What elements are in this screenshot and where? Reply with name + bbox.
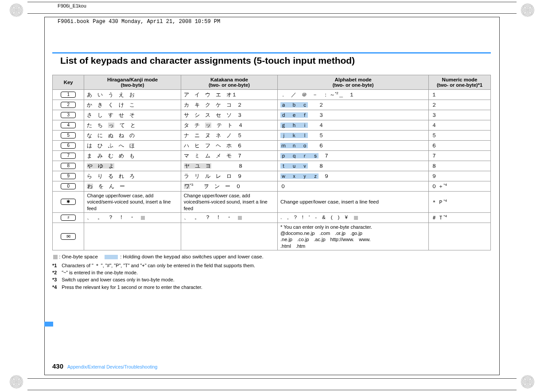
cell-numeric: ７: [429, 151, 491, 161]
print-mark-icon: [521, 4, 534, 17]
cell-numeric: ０ ＋*4: [429, 181, 491, 192]
keycap-icon: 5: [61, 132, 76, 138]
cell-hiragana: わ を ん ー: [84, 181, 181, 192]
cell-alphabet-note: * You can enter only in one-byte charact…: [278, 223, 429, 250]
cell-alphabet: ｍ ｎ ｏ ６: [278, 141, 429, 151]
keycap-icon: 2: [61, 102, 76, 108]
cell-katakana: 、 。 ？ ！ ・: [181, 212, 277, 223]
cell-numeric: ２: [429, 100, 491, 110]
table-row: 5な に ぬ ね のナ ニ ヌ ネ ノ ５ ｊ ｋ ｌ ５５: [53, 131, 491, 141]
cell-alphabet: ｔ ｕ ｖ ８: [278, 161, 429, 171]
cell-alphabet: ａ ｂ ｃ ２: [278, 100, 429, 110]
section-name: Appendix/External Devices/Troubleshootin…: [67, 364, 157, 369]
keycap-icon: 9: [61, 173, 76, 179]
cell-hiragana: ら り る れ ろ: [84, 171, 181, 181]
table-row: 2か き く け こカ キ ク ケ コ ２ ａ ｂ ｃ ２２: [53, 100, 491, 110]
legend-holding: : Holding down the keypad also switches …: [120, 254, 263, 259]
cell-hiragana: た ち っ て と: [84, 120, 181, 131]
cell-katakana: タ チ ッ テ ト ４: [181, 120, 277, 131]
blue-swatch-icon: [105, 255, 118, 259]
cell-hiragana: ま み む め も: [84, 151, 181, 161]
keycap-icon: 3: [61, 112, 76, 118]
col-alphabet: Alphabet mode (two- or one-byte): [278, 75, 429, 90]
cell-alphabet: ． ／ ＠ － ： ～*2＿ １: [278, 90, 429, 100]
table-row: 3さ し す せ そサ シ ス セ ソ ３ ｄ ｅ ｆ ３３: [53, 110, 491, 120]
table-row: 8や ゆ よヤ ユ ヨ ８ ｔ ｕ ｖ ８８: [53, 161, 491, 171]
cell-katakana: ア イ ウ エ オ１: [181, 90, 277, 100]
col-key: Key: [53, 75, 84, 90]
cell-katakana: サ シ ス セ ソ ３: [181, 110, 277, 120]
page-footer: 430 Appendix/External Devices/Troublesho…: [52, 362, 157, 370]
cell-katakana: ラ リ ル レ ロ ９: [181, 171, 277, 181]
keypad-table: Key Hiragana/Kanji mode (two-byte) Katak…: [52, 75, 491, 250]
cell-numeric: ４: [429, 120, 491, 131]
table-row: 0わ を ん ーワ*3 ヲ ン ー ０００ ＋*4: [53, 181, 491, 192]
cell-numeric: ６: [429, 141, 491, 151]
keycap-icon: ✱: [61, 199, 76, 205]
cell-katakana: ナ ニ ヌ ネ ノ ５: [181, 131, 277, 141]
keycap-icon: 6: [61, 142, 76, 149]
cell-numeric: ＊ Ｐ*4: [429, 192, 491, 213]
keycap-icon: 0: [61, 183, 76, 189]
table-row: 1あ い う え おア イ ウ エ オ１． ／ ＠ － ： ～*2＿ １１: [53, 90, 491, 100]
cell-alphabet: Change upper/lower case, insert a line f…: [278, 192, 429, 213]
cell-hiragana: か き く け こ: [84, 100, 181, 110]
gray-square-icon: [354, 216, 358, 220]
cell-katakana: マ ミ ム メ モ ７: [181, 151, 277, 161]
cell-hiragana: Change upper/lower case, add voiced/semi…: [84, 192, 181, 213]
table-row: ✱Change upper/lower case, add voiced/sem…: [53, 192, 491, 213]
gray-square-icon: [53, 255, 58, 259]
gray-square-icon: [238, 216, 242, 220]
keycap-icon: 7: [61, 153, 76, 159]
crop-rule: [27, 2, 517, 2]
cell-katakana: ヤ ユ ヨ ８: [181, 161, 277, 171]
cell-katakana: カ キ ク ケ コ ２: [181, 100, 277, 110]
mail-key-icon: [61, 233, 76, 240]
cell-hiragana: さ し す せ そ: [84, 110, 181, 120]
table-row: 4た ち っ て とタ チ ッ テ ト ４ ｇ ｈ ｉ ４４: [53, 120, 491, 131]
legend-onebyte: : One-byte space: [59, 254, 98, 259]
table-row: 6は ひ ふ へ ほハ ヒ フ ヘ ホ ６ ｍ ｎ ｏ ６６: [53, 141, 491, 151]
cell-alphabet: ｄ ｅ ｆ ３: [278, 110, 429, 120]
col-katakana: Katakana mode (two- or one-byte): [181, 75, 277, 90]
book-meta: F906i.book Page 430 Monday, April 21, 20…: [58, 19, 220, 25]
cell-numeric: １: [429, 90, 491, 100]
print-mark-icon: [521, 375, 534, 388]
footnotes: *1 Characters of " ＊ ", "#", "P", "T" an…: [52, 262, 491, 291]
table-row: * You can enter only in one-byte charact…: [53, 223, 491, 250]
cell-katakana: ハ ヒ フ ヘ ホ ６: [181, 141, 277, 151]
cell-numeric: ＃ Ｔ*4: [429, 212, 491, 223]
title-bar: List of keypads and character assignment…: [52, 52, 491, 66]
doc-header: F906i_E1kou: [58, 3, 86, 8]
cell-alphabet: ｗ ｘ ｙ ｚ ９: [278, 171, 429, 181]
cell-hiragana: あ い う え お: [84, 90, 181, 100]
gray-square-icon: [141, 216, 145, 220]
cell-katakana: Change upper/lower case, add voiced/semi…: [181, 192, 277, 213]
cell-katakana: ワ*3 ヲ ン ー ０: [181, 181, 277, 192]
table-row: 7ま み む め もマ ミ ム メ モ ７ ｐ ｑ ｒ ｓ ７７: [53, 151, 491, 161]
print-mark-icon: [10, 4, 23, 17]
keycap-icon: 1: [61, 92, 76, 98]
cell-alphabet: ０: [278, 181, 429, 192]
print-mark-icon: [10, 375, 23, 388]
legend: : One-byte space : Holding down the keyp…: [52, 254, 491, 259]
table-row: ♯、 。 ？ ！ ・ 、 。 ？ ！ ・ . , ? ! ' - & ( ) ¥…: [53, 212, 491, 223]
page-number: 430: [52, 362, 63, 370]
page-content: List of keypads and character assignment…: [52, 52, 491, 291]
cell-numeric: ５: [429, 131, 491, 141]
table-row: 9ら り る れ ろラ リ ル レ ロ ９ ｗ ｘ ｙ ｚ ９９: [53, 171, 491, 181]
cell-alphabet: ｊ ｋ ｌ ５: [278, 131, 429, 141]
crop-rule: [27, 390, 517, 390]
crop-rule: [27, 13, 517, 14]
cell-hiragana: 、 。 ？ ！ ・: [84, 212, 181, 223]
page-title: List of keypads and character assignment…: [60, 55, 491, 66]
side-tab-icon: [44, 322, 53, 327]
cell-numeric: ３: [429, 110, 491, 120]
cell-hiragana: は ひ ふ へ ほ: [84, 141, 181, 151]
cell-numeric: ９: [429, 171, 491, 181]
crop-rule: [27, 378, 517, 379]
cell-alphabet: . , ? ! ' - & ( ) ¥: [278, 212, 429, 223]
cell-numeric: ８: [429, 161, 491, 171]
cell-hiragana: や ゆ よ: [84, 161, 181, 171]
cell-alphabet: ｇ ｈ ｉ ４: [278, 120, 429, 131]
